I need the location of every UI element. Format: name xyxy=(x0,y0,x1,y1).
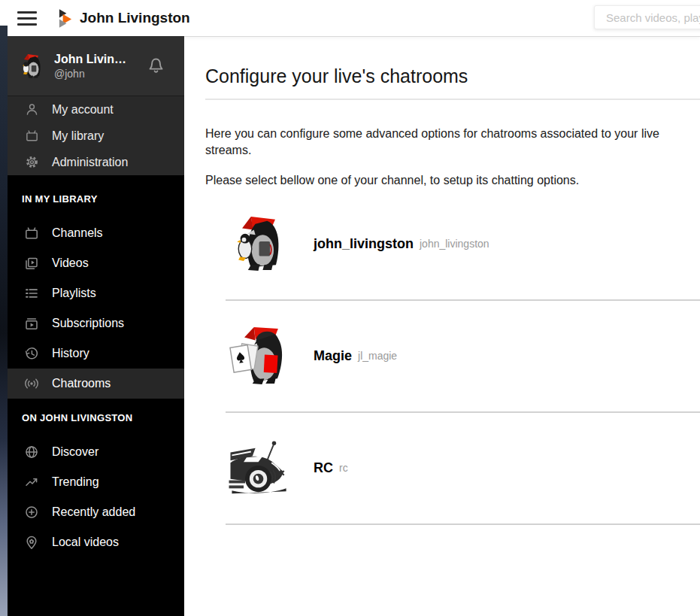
sidebar-item-label: My account xyxy=(52,103,114,117)
globe-icon xyxy=(24,445,39,460)
channel-avatar xyxy=(229,326,291,386)
user-icon xyxy=(24,102,39,117)
channel-row-rc[interactable]: RC rc xyxy=(226,413,700,525)
sidebar-item-label: Recently added xyxy=(52,505,135,519)
channel-row-magie[interactable]: Magie jl_magie xyxy=(226,301,700,413)
sidebar-item-history[interactable]: History xyxy=(8,338,184,369)
penguin-magician-cards-image xyxy=(229,326,291,386)
section-title: ON JOHN LIVINGSTON xyxy=(8,412,184,423)
sidebar-item-label: Videos xyxy=(52,256,89,270)
playlist-icon xyxy=(24,286,39,301)
sidebar-item-label: Discover xyxy=(52,445,98,459)
home-pin-icon xyxy=(24,535,39,550)
sidebar-item-my-account[interactable]: My account xyxy=(8,96,184,123)
sidebar-item-administration[interactable]: Administration xyxy=(8,149,184,175)
intro-text: Here you can configure some advanced opt… xyxy=(205,126,700,159)
channel-avatar xyxy=(229,438,291,498)
top-bar: John Livingston xyxy=(0,0,700,36)
main-content: Configure your live's chatrooms Here you… xyxy=(184,36,700,616)
sidebar-section-instance: ON JOHN LIVINGSTON Discover xyxy=(8,399,184,557)
avatar[interactable] xyxy=(19,53,46,80)
channel-handle: jl_magie xyxy=(358,350,397,362)
sidebar-item-label: Channels xyxy=(52,226,103,240)
channel-name: RC xyxy=(314,460,333,476)
sidebar-item-label: Administration xyxy=(52,156,128,169)
history-icon xyxy=(24,346,39,361)
tv-icon xyxy=(24,129,39,143)
search-input[interactable] xyxy=(594,5,700,29)
sidebar-item-recently-added[interactable]: Recently added xyxy=(8,497,184,527)
instance-title[interactable]: John Livingston xyxy=(80,10,190,26)
channel-avatar xyxy=(229,214,291,274)
penguin-avatar-image xyxy=(19,53,46,80)
sidebar-item-videos[interactable]: Videos xyxy=(8,248,184,278)
sidebar: John Livingston @john My account xyxy=(0,36,184,616)
notifications-bell-icon[interactable] xyxy=(147,56,165,75)
sidebar-item-discover[interactable]: Discover xyxy=(8,437,184,467)
channel-row-john-livingston[interactable]: john_livingston john_livingston xyxy=(226,189,700,301)
live-icon xyxy=(24,376,39,391)
instruction-text: Please select bellow one of your channel… xyxy=(205,172,700,189)
sidebar-item-label: History xyxy=(52,347,89,360)
channel-name: john_livingston xyxy=(314,236,414,252)
sidebar-main-links: My account My library xyxy=(8,96,184,175)
menu-toggle-icon[interactable] xyxy=(17,11,37,26)
gear-icon xyxy=(24,155,39,169)
channel-handle: john_livingston xyxy=(420,238,489,250)
sidebar-item-my-library[interactable]: My library xyxy=(8,123,184,149)
tv-icon xyxy=(24,226,39,241)
sidebar-item-subscriptions[interactable]: Subscriptions xyxy=(8,308,184,338)
sidebar-gradient-strip xyxy=(0,26,8,616)
sidebar-item-chatrooms[interactable]: Chatrooms xyxy=(8,369,184,399)
sidebar-item-label: Subscriptions xyxy=(52,317,124,330)
section-title: IN MY LIBRARY xyxy=(8,193,184,205)
sidebar-item-label: Trending xyxy=(52,475,99,489)
videos-icon xyxy=(24,256,39,271)
subscriptions-icon xyxy=(24,316,39,331)
sidebar-item-label: Chatrooms xyxy=(52,377,111,390)
channel-list: john_livingston john_livingston xyxy=(226,189,700,525)
rc-car-image xyxy=(229,438,291,498)
sidebar-item-label: Playlists xyxy=(52,287,96,300)
divider xyxy=(205,99,700,100)
penguin-santa-baby-image xyxy=(229,214,291,274)
trending-up-icon xyxy=(24,475,39,490)
peertube-logo-icon xyxy=(58,9,72,28)
channel-handle: rc xyxy=(339,462,348,474)
sidebar-item-local-videos[interactable]: Local videos xyxy=(8,527,184,557)
sidebar-item-label: My library xyxy=(52,129,104,143)
page-title: Configure your live's chatrooms xyxy=(205,65,700,87)
plus-circle-icon xyxy=(24,505,39,520)
sidebar-item-trending[interactable]: Trending xyxy=(8,467,184,497)
sidebar-section-library: IN MY LIBRARY Channels xyxy=(8,175,184,399)
sidebar-user-block: John Livingston @john xyxy=(8,36,184,96)
user-handle: @john xyxy=(54,68,132,80)
sidebar-item-label: Local videos xyxy=(52,536,119,549)
channel-name: Magie xyxy=(314,348,352,364)
user-display-name[interactable]: John Livingston xyxy=(54,53,132,66)
sidebar-item-playlists[interactable]: Playlists xyxy=(8,278,184,308)
sidebar-item-channels[interactable]: Channels xyxy=(8,218,184,248)
